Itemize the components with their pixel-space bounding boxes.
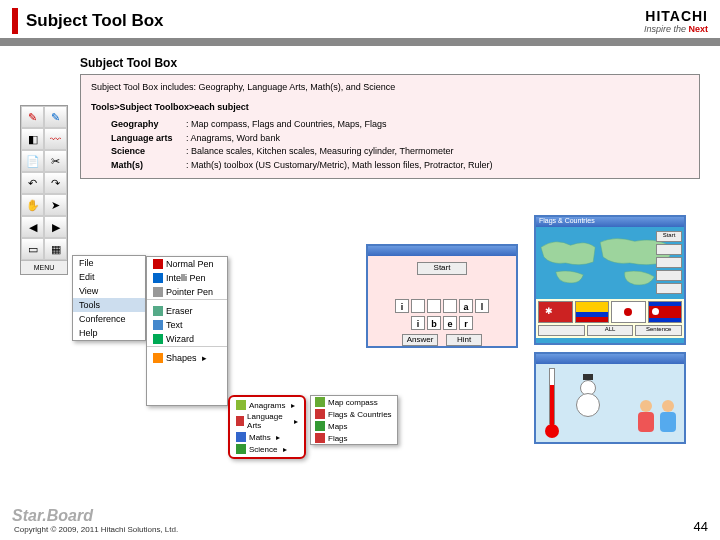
copyright: Copyright © 2009, 2011 Hitachi Solutions…: [14, 525, 178, 534]
anagram-window: Start i a l i b e r Answer Hint: [366, 244, 518, 348]
file-icon[interactable]: 📄: [21, 150, 44, 172]
letter-tile[interactable]: a: [459, 299, 473, 313]
start-button[interactable]: Start: [656, 231, 682, 242]
menu-view[interactable]: View: [73, 284, 145, 298]
subj-geo: Geography: [111, 118, 186, 132]
side-button[interactable]: [656, 244, 682, 255]
subject-submenu: Anagrams ▸ Language Arts ▸ Maths ▸ Scien…: [228, 395, 306, 459]
flagcountry-icon: [315, 409, 325, 419]
compass-icon: [315, 397, 325, 407]
langarts-icon: [236, 416, 244, 426]
edit-icon[interactable]: ✂: [44, 150, 67, 172]
intellipen-icon: [153, 273, 163, 283]
all-button[interactable]: ALL: [587, 325, 634, 336]
start-button[interactable]: Start: [417, 262, 467, 275]
submenu-wizard[interactable]: Wizard: [147, 332, 227, 346]
info-nav: Tools>Subject Toolbox>each subject: [91, 101, 689, 115]
submenu-compass[interactable]: Map compass: [311, 396, 397, 408]
answer-button[interactable]: Answer: [402, 334, 438, 346]
info-includes: Subject Tool Box includes: Geography, La…: [91, 81, 689, 95]
titlebar[interactable]: [368, 246, 516, 256]
main-menu: File Edit View Tools Conference Help: [72, 255, 146, 341]
eraser-icon: [153, 306, 163, 316]
grid-icon[interactable]: ▦: [44, 238, 67, 260]
letter-tile[interactable]: r: [459, 316, 473, 330]
hint-button[interactable]: Hint: [446, 334, 482, 346]
brush-icon[interactable]: 〰: [44, 128, 67, 150]
pen-icon: [153, 259, 163, 269]
letter-tile[interactable]: [411, 299, 425, 313]
menu-file[interactable]: File: [73, 256, 145, 270]
letter-tile[interactable]: b: [427, 316, 441, 330]
submenu-shapes[interactable]: Shapes ▸: [147, 351, 227, 365]
letter-tile[interactable]: i: [395, 299, 409, 313]
flags-countries-window: Flags & Countries Start ✱ ALL Sentence: [534, 215, 686, 345]
submenu-flags[interactable]: Flags: [311, 432, 397, 444]
letter-tile[interactable]: l: [475, 299, 489, 313]
side-button[interactable]: [656, 257, 682, 268]
submenu-science[interactable]: Science ▸: [232, 443, 302, 455]
submenu-maths[interactable]: Maths ▸: [232, 431, 302, 443]
kids-graphic: [636, 400, 678, 438]
side-button[interactable]: [656, 270, 682, 281]
menu-conference[interactable]: Conference: [73, 312, 145, 326]
subj-sci: Science: [111, 145, 186, 159]
flag-iom[interactable]: ✱: [538, 301, 573, 323]
redo-icon[interactable]: ↷: [44, 172, 67, 194]
sentence-button[interactable]: Sentence: [635, 325, 682, 336]
letter-row: i b e r: [368, 316, 516, 330]
letter-tile[interactable]: i: [411, 316, 425, 330]
subj-lang: Language arts: [111, 132, 186, 146]
submenu-normalpen[interactable]: Normal Pen: [147, 257, 227, 271]
geography-submenu: Map compass Flags & Countries Maps Flags: [310, 395, 398, 445]
submenu-intellipen[interactable]: Intelli Pen: [147, 271, 227, 285]
foot-button[interactable]: [538, 325, 585, 336]
hand-icon[interactable]: ✋: [21, 194, 44, 216]
submenu-text[interactable]: Text: [147, 318, 227, 332]
page-title: Subject Tool Box: [26, 11, 164, 31]
next-icon[interactable]: ▶: [44, 216, 67, 238]
subj-math: Math(s): [111, 159, 186, 173]
menu-label[interactable]: MENU: [21, 260, 67, 274]
menu-edit[interactable]: Edit: [73, 270, 145, 284]
submenu-flagscountries[interactable]: Flags & Countries: [311, 408, 397, 420]
maths-icon: [236, 432, 246, 442]
menu-help[interactable]: Help: [73, 326, 145, 340]
flags-icon: [315, 433, 325, 443]
side-buttons: Start: [656, 231, 682, 296]
pen-icon[interactable]: ✎: [21, 106, 44, 128]
tools-submenu: Normal Pen Intelli Pen Pointer Pen Erase…: [146, 256, 228, 406]
submenu-pointerpen[interactable]: Pointer Pen: [147, 285, 227, 299]
submenu-anagrams[interactable]: Anagrams ▸: [232, 399, 302, 411]
letter-tile[interactable]: e: [443, 316, 457, 330]
menu-tools[interactable]: Tools: [73, 298, 145, 312]
starboard-logo: Star.Board: [12, 507, 178, 525]
flag-japan[interactable]: [611, 301, 646, 323]
anagram-icon: [236, 400, 246, 410]
text-icon: [153, 320, 163, 330]
submenu-maps[interactable]: Maps: [311, 420, 397, 432]
prev-icon[interactable]: ◀: [21, 216, 44, 238]
letter-tile[interactable]: [443, 299, 457, 313]
thermometer[interactable]: [544, 368, 560, 440]
titlebar[interactable]: [536, 354, 684, 364]
eraser-icon[interactable]: ◧: [21, 128, 44, 150]
letter-tile[interactable]: [427, 299, 441, 313]
flag-dprk[interactable]: [648, 301, 683, 323]
science-icon: [236, 444, 246, 454]
pointerpen-icon: [153, 287, 163, 297]
snowman-graphic: [570, 374, 606, 430]
submenu-eraser[interactable]: Eraser: [147, 304, 227, 318]
flag-colombia[interactable]: [575, 301, 610, 323]
section-title: Subject Tool Box: [80, 56, 700, 70]
marker-icon[interactable]: ✎: [44, 106, 67, 128]
maps-icon: [315, 421, 325, 431]
titlebar[interactable]: Flags & Countries: [536, 217, 684, 227]
submenu-langarts[interactable]: Language Arts ▸: [232, 411, 302, 431]
pointer-icon[interactable]: ➤: [44, 194, 67, 216]
accent-bar: [12, 8, 18, 34]
doc-icon[interactable]: ▭: [21, 238, 44, 260]
undo-icon[interactable]: ↶: [21, 172, 44, 194]
side-button[interactable]: [656, 283, 682, 294]
thermometer-window: [534, 352, 686, 444]
